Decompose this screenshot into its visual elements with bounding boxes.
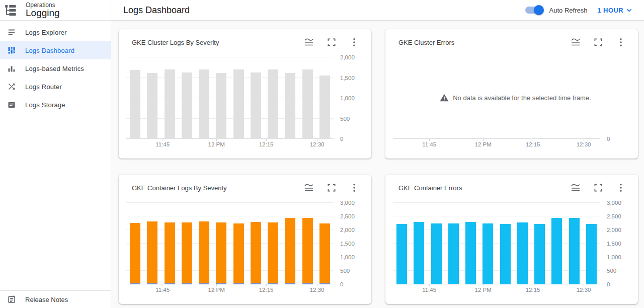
fullscreen-icon[interactable] [593,37,603,47]
bar-segment [569,218,580,284]
sidebar-item-logs-storage[interactable]: Logs Storage [0,96,111,114]
bar-segment [165,222,175,283]
bar-segment [586,224,597,284]
auto-refresh-label: Auto Refresh [549,7,588,14]
bar-segment [482,223,493,284]
warning-icon [440,94,449,102]
bar[interactable] [147,221,157,284]
y-tick-label: 1,000 [607,254,621,260]
bar-segment [302,218,313,283]
service-name: Logging [26,8,60,18]
sidebar-item-logs-dashboard[interactable]: Logs Dashboard [0,41,111,59]
chart-plot [126,203,334,284]
bar[interactable] [319,75,330,139]
bar[interactable] [216,73,226,139]
bar[interactable] [414,222,424,284]
fullscreen-icon[interactable] [327,37,337,47]
bar[interactable] [251,72,261,139]
bar[interactable] [182,72,192,139]
bar[interactable] [551,218,562,284]
x-tick-label: 12 PM [208,141,225,147]
sidebar-item-release-notes[interactable]: Release Notes [0,290,111,308]
sidebar-item-label: Logs-based Metrics [25,65,84,72]
metrics-explorer-icon[interactable] [571,37,581,47]
bar[interactable] [396,224,407,284]
y-tick-label: 0 [607,136,610,142]
sidebar-item-label: Logs Dashboard [25,47,74,54]
more-options-icon[interactable] [616,37,626,47]
fullscreen-icon[interactable] [593,183,603,193]
bar[interactable] [302,218,313,284]
bar[interactable] [302,69,313,139]
bar[interactable] [465,222,476,284]
more-options-icon[interactable] [349,183,359,193]
time-range-selector[interactable]: 1 HOUR [597,7,632,14]
y-tick-label: 0 [607,281,610,287]
bar-segment [465,222,476,284]
bar-segment [147,73,157,139]
bar-segment [165,69,175,139]
chart-plot [393,203,600,284]
bar[interactable] [517,222,528,284]
bar[interactable] [268,222,278,284]
bar-segment [414,222,424,284]
y-tick-label: 3,000 [607,200,621,206]
more-options-icon[interactable] [349,37,359,47]
bar[interactable] [165,69,175,139]
bar[interactable] [251,222,261,284]
x-tick-label: 11:45 [155,287,170,293]
bar[interactable] [147,73,157,139]
bar[interactable] [482,223,493,284]
y-tick-label: 500 [340,268,350,274]
bar[interactable] [500,224,511,284]
bar[interactable] [130,223,140,284]
y-tick-label: 0 [340,136,343,142]
bar-segment [216,222,226,283]
bar[interactable] [586,224,597,284]
bar-segment [130,70,140,139]
x-axis-labels: 11:4512 PM12:1512:30 [126,139,334,150]
y-tick-label: 1,500 [340,75,355,81]
bar-segment [285,73,295,139]
bar[interactable] [268,69,278,139]
y-tick-label: 3,000 [340,200,355,206]
y-tick-label: 2,000 [340,227,355,233]
bar[interactable] [431,223,442,285]
bar[interactable] [233,69,244,139]
sidebar-item-label: Logs Router [25,83,62,91]
sidebar-item-logs-based-metrics[interactable]: Logs-based Metrics [0,59,111,78]
y-axis-labels: 05001,0001,5002,0002,5003,000 [603,203,638,284]
bar[interactable] [165,222,175,284]
bar[interactable] [534,224,545,284]
more-options-icon[interactable] [616,183,626,193]
logs-storage-icon [7,100,16,109]
sidebar-item-logs-router[interactable]: Logs Router [0,78,111,96]
bar[interactable] [199,69,209,139]
card-title: GKE Cluster Logs By Severity [132,39,219,46]
metrics-explorer-icon[interactable] [304,37,314,47]
fullscreen-icon[interactable] [327,183,337,193]
bar[interactable] [199,221,209,284]
bar[interactable] [569,218,580,284]
bar[interactable] [285,218,295,284]
bar[interactable] [448,223,459,284]
sidebar-item-label: Logs Explorer [25,29,67,36]
bar-segment [285,218,295,283]
y-axis-labels: 05001,0001,5002,0002,5003,000 [336,203,371,284]
metrics-explorer-icon[interactable] [571,183,581,193]
x-axis-labels: 11:4512 PM12:1512:30 [393,139,600,150]
auto-refresh-toggle[interactable] [525,7,542,14]
bar[interactable] [319,223,330,284]
card-gke-container-logs-by-severity: GKE Container Logs By Severity 05001,000… [119,175,371,304]
bar-series [126,57,334,139]
bar[interactable] [182,222,192,284]
bar[interactable] [130,70,140,139]
bar[interactable] [216,222,226,284]
logs-based-metrics-icon [7,64,16,73]
metrics-explorer-icon[interactable] [304,183,314,193]
main-area: Logs Dashboard Auto Refresh 1 HOUR GKE C… [111,0,644,308]
bar[interactable] [233,223,244,284]
sidebar-item-logs-explorer[interactable]: Logs Explorer [0,23,111,41]
sidebar-spacer [0,114,111,290]
bar[interactable] [285,73,295,139]
